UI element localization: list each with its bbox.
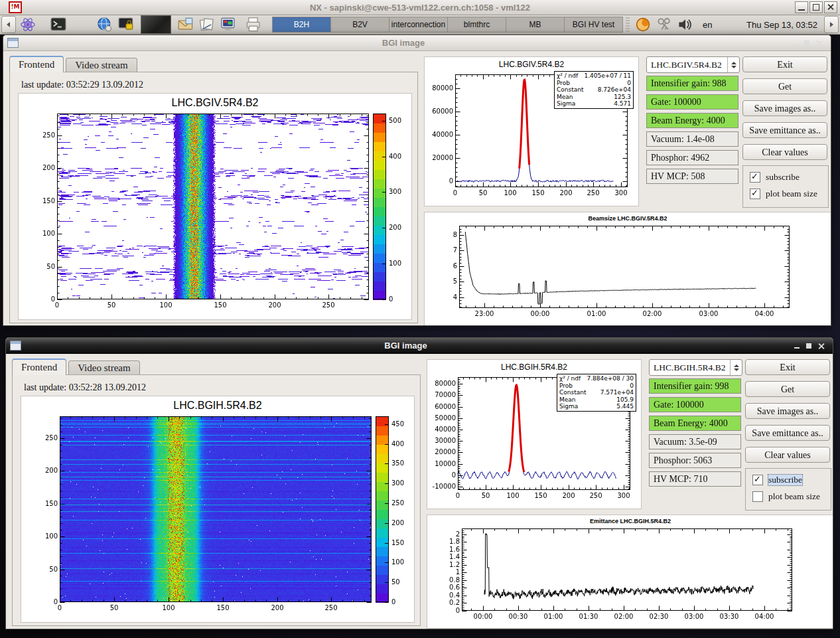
clear-values-button[interactable]: Clear values [745,447,830,463]
phosphor-field[interactable]: Phosphor: 5063 [649,453,741,468]
emittance-trend-title: Emittance LHC.BGIH.5R4.B2 [427,515,833,524]
task-button-interconnection[interactable]: interconnection [389,17,447,33]
task-button-b2h[interactable]: B2H [272,17,330,33]
panel-collapse-left-icon[interactable] [1,16,16,33]
exit-button[interactable]: Exit [745,359,830,375]
vacuum-field[interactable]: Vacuum: 1.4e-08 [646,131,738,147]
fit-stats-box: χ² / ndf7.884e+08 / 30Prob0Constant7.571… [557,374,636,412]
plot-beam-size-checkbox-row[interactable]: plot beam size [752,491,831,502]
mail-icon[interactable] [178,17,194,33]
maximize-button[interactable] [802,39,812,48]
subscribe-checkbox[interactable] [752,475,763,485]
web-browser-icon[interactable] [97,17,113,33]
exit-button[interactable]: Exit [742,56,827,72]
task-button-bgi-hv-test[interactable]: BGI HV test [564,17,623,33]
lock-screen-icon[interactable] [118,17,134,33]
combo-spinner-icon[interactable] [727,57,739,72]
window-icon [7,38,19,48]
beam-image-heatmap [19,110,410,318]
combo-spinner-icon[interactable] [730,360,742,375]
subscribe-checkbox-row[interactable]: subscribe [752,475,831,485]
volume-icon[interactable] [677,17,693,33]
save-emittance-button[interactable]: Save emittance as.. [745,425,830,441]
documents-icon[interactable] [199,17,215,33]
get-button[interactable]: Get [745,381,830,397]
device-select[interactable]: LHC.BGIH.5R4.B2 [649,359,742,376]
bgi-window-vertical: BGI image Frontend Video stream last upd… [3,35,831,326]
close-button[interactable] [813,39,824,48]
gate-field[interactable]: Gate: 100000 [649,397,741,412]
keyboard-layout-indicator[interactable]: en [703,20,712,30]
window-title: BGI image [21,341,790,351]
beam-image-card: LHC.BGIH.5R4.B2 [21,396,415,623]
nx-window-title: NX - sapinski@cwe-513-vml122.cern.ch:105… [0,3,840,13]
tab-video-stream[interactable]: Video stream [66,58,137,72]
hv-mcp-field[interactable]: HV MCP: 710 [649,471,741,487]
intensifier-gain-field[interactable]: Intensifier gain: 988 [646,76,738,91]
tab-video-stream[interactable]: Video stream [68,360,140,375]
plot-beam-size-checkbox[interactable] [750,189,760,199]
atom-app-icon[interactable] [20,17,36,33]
beam-energy-field[interactable]: Beam Energy: 4000 [649,416,741,431]
beamsize-trend-card: Beamsize LHC.BGIV.5R4.B2 [424,212,831,326]
window-list: B2H B2V interconnection blmthrc MB BGI H… [272,17,623,33]
beamsize-trend-title: Beamsize LHC.BGIV.5R4.B2 [425,212,831,222]
maximize-button[interactable] [804,341,814,351]
profile-title: LHC.BGIV.5R4.B2 [425,57,638,69]
task-button-mb[interactable]: MB [506,17,564,33]
save-images-button[interactable]: Save images as.. [742,100,827,116]
device-select[interactable]: LHC.BGIV.5R4.B2 [646,56,740,73]
maximize-button[interactable] [809,1,823,13]
panel-collapse-right-icon[interactable] [824,16,839,33]
tab-frontend[interactable]: Frontend [12,359,66,375]
intensifier-gain-field[interactable]: Intensifier gain: 998 [649,378,741,394]
stats-row: Constant8.726e+04 [555,86,633,94]
frontend-panel: last update: 03:52:29 13.09.2012 LHC.BGI… [9,72,418,323]
phosphor-field[interactable]: Phosphor: 4962 [646,150,738,165]
get-button[interactable]: Get [742,78,827,94]
subscribe-checkbox-row[interactable]: subscribe [750,172,828,183]
panel-grip[interactable] [626,17,630,32]
plot-beam-size-checkbox-row[interactable]: plot beam size [750,189,828,199]
fit-stats-box: χ² / ndf1.405e+07 / 11Prob0Constant8.726… [554,71,634,109]
save-emittance-button[interactable]: Save emittance as.. [742,122,827,138]
close-button[interactable] [824,1,837,13]
task-button-b2v[interactable]: B2V [330,17,389,33]
terminal-icon[interactable] [50,17,66,33]
plot-beam-size-checkbox[interactable] [752,491,763,502]
window-icon [10,341,21,351]
save-images-button[interactable]: Save images as.. [745,403,830,419]
panel-clock: Thu Sep 13, 03:52 [746,20,817,30]
minimize-button[interactable] [795,1,808,13]
tab-bar: Frontend Video stream [12,359,142,375]
nx-titlebar[interactable]: !M NX - sapinski@cwe-513-vml122.cern.ch:… [0,0,840,15]
clear-values-button[interactable]: Clear values [742,144,827,160]
desktop: !M NX - sapinski@cwe-513-vml122.cern.ch:… [0,0,840,638]
minimize-button[interactable] [792,341,802,351]
beamsize-trend-plot [425,222,829,324]
vacuum-field[interactable]: Vacuum: 3.5e-09 [649,434,741,449]
last-update-label: last update: 03:52:29 13.09.2012 [21,80,417,90]
subscribe-checkbox[interactable] [750,172,760,183]
minimize-button[interactable] [790,39,800,48]
display-settings-icon[interactable] [220,17,236,33]
tab-frontend[interactable]: Frontend [9,56,64,72]
keys-icon[interactable] [656,17,672,33]
options-group: subscribe plot beam size [745,468,831,511]
gate-field[interactable]: Gate: 100000 [646,94,738,110]
beam-energy-field[interactable]: Beam Energy: 4000 [646,113,738,128]
window-titlebar[interactable]: BGI image [3,35,831,51]
stats-row: χ² / ndf1.405e+07 / 11 [555,72,633,80]
hv-mcp-field[interactable]: HV MCP: 508 [646,169,738,184]
stats-row: Constant7.571e+04 [557,389,636,396]
screenshot-thumbnail[interactable] [141,15,171,34]
task-button-blmthrc[interactable]: blmthrc [447,17,506,33]
plot-beam-size-label: plot beam size [766,189,817,199]
window-titlebar[interactable]: BGI image [6,338,833,354]
close-button[interactable] [815,341,826,351]
printer-icon[interactable] [245,17,261,33]
stats-row: Prob0 [555,80,633,87]
profile-title: LHC.BGIH.5R4.B2 [427,360,641,372]
firefox-icon[interactable] [635,17,651,33]
tab-bar: Frontend Video stream [9,56,139,72]
